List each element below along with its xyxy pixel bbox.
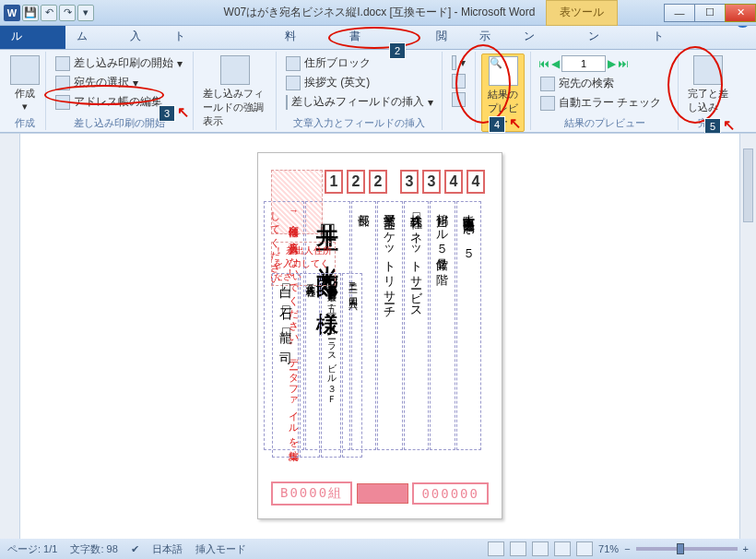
postcode-digit: 4 xyxy=(444,170,463,194)
create-button[interactable]: 作成▾ xyxy=(9,54,40,114)
qat-customize-icon[interactable]: ▾ xyxy=(77,5,94,21)
first-record-icon[interactable]: ⏮ xyxy=(538,57,549,70)
status-page[interactable]: ページ: 1/1 xyxy=(7,542,57,556)
zoom-slider-thumb[interactable] xyxy=(677,543,684,554)
title-bar: W 💾 ↶ ↷ ▾ W07はがき宛名ビジネス縦I.docx [互換モード] - … xyxy=(0,0,756,26)
postcode-digit: 4 xyxy=(467,170,485,194)
sender-addr[interactable]: 千葉県木更津市清見台東〇‐五‐一〇 コーラスビル３Ｆ xyxy=(321,273,341,458)
document-area[interactable]: 1 2 2 3 3 4 4 →宛名情報は直接入力しないでください。データファイル… xyxy=(20,134,739,539)
word-icon: W xyxy=(4,5,20,21)
ribbon-tabs: ファイル ホーム 挿入 ページ レイアウト 参考資料 差し込み文書 校閲 表示 … xyxy=(0,26,756,50)
qat-save-icon[interactable]: 💾 xyxy=(22,5,39,21)
postcode-digit: 2 xyxy=(369,170,387,194)
group-preview-label: 結果のプレビュー xyxy=(531,116,678,130)
postcard-page: 1 2 2 3 3 4 4 →宛名情報は直接入力しないでください。データファイル… xyxy=(257,152,502,519)
postcode-digit: 2 xyxy=(347,170,365,194)
greeting-line-button[interactable]: 挨拶文 (英文) xyxy=(282,73,436,92)
qat-undo-icon[interactable]: ↶ xyxy=(41,5,57,21)
maximize-button[interactable]: ☐ xyxy=(694,4,726,22)
status-proof-icon[interactable]: ✔ xyxy=(131,543,139,555)
view-web-icon[interactable] xyxy=(532,541,549,556)
view-outline-icon[interactable] xyxy=(554,541,571,556)
scrollbar-thumb[interactable] xyxy=(743,149,753,222)
update-labels-button[interactable] xyxy=(448,90,469,109)
view-fullscreen-icon[interactable] xyxy=(510,541,526,556)
recipient-addr2[interactable]: 鶴川ビル５号館２階 xyxy=(430,201,455,450)
zoom-in-icon[interactable]: + xyxy=(743,543,749,554)
context-tab-table-tools: 表ツール xyxy=(546,0,618,26)
recipient-addr1[interactable]: 大阪市中央区西天満３‐５ xyxy=(456,201,481,450)
status-language[interactable]: 日本語 xyxy=(152,542,183,556)
zoom-slider[interactable] xyxy=(636,547,738,551)
highlight-fields-button[interactable]: 差し込みフィールドの強調表示 xyxy=(199,54,270,130)
close-button[interactable]: ✕ xyxy=(725,4,756,22)
find-recipient-button[interactable]: 宛先の検索 xyxy=(537,74,672,93)
ribbon: 作成▾ 作成 差し込み印刷の開始 ▾ 宛先の選択 ▾ アドレス帳の編集 差し込み… xyxy=(0,50,756,133)
postcode-digit: 3 xyxy=(422,170,441,194)
next-record-icon[interactable]: ▶ xyxy=(608,57,616,70)
postcode-boxes: 1 2 2 3 3 4 4 xyxy=(325,170,485,194)
vertical-ruler[interactable] xyxy=(0,134,20,539)
bottom-code-left: B0000組 xyxy=(271,482,352,505)
select-recipients-button[interactable]: 宛先の選択 ▾ xyxy=(52,73,187,92)
status-bar: ページ: 1/1 文字数: 98 ✔ 日本語 挿入モード 71% − + xyxy=(0,539,756,559)
group-write-label: 文章入力とフィールドの挿入 xyxy=(277,116,442,130)
postcode-digit: 1 xyxy=(325,170,343,194)
sender-block: 白□石□龍□司 千葉株式会社 千葉県木更津市清見台東〇‐五‐一〇 コーラスビル３… xyxy=(271,273,362,458)
status-zoom[interactable]: 71% xyxy=(598,543,619,554)
sender-company[interactable]: 千葉株式会社 xyxy=(300,273,320,458)
arrow-3: ↖ xyxy=(177,103,189,121)
badge-3: 3 xyxy=(159,105,175,122)
arrow-4: ↖ xyxy=(509,114,521,132)
arrow-5: ↖ xyxy=(723,116,735,134)
group-create-label: 作成 xyxy=(4,116,45,130)
bottom-stamp-icon xyxy=(357,483,408,504)
minimize-button[interactable]: — xyxy=(664,4,695,22)
view-draft-icon[interactable] xyxy=(576,541,593,556)
postcode-digit: 3 xyxy=(400,170,419,194)
document-workspace: 1 2 2 3 3 4 4 →宛名情報は直接入力しないでください。データファイル… xyxy=(0,133,756,539)
bottom-code-right: 000000 xyxy=(412,482,489,505)
badge-2: 2 xyxy=(389,42,406,59)
zoom-out-icon[interactable]: − xyxy=(624,543,630,554)
auto-check-errors-button[interactable]: 自動エラー チェック xyxy=(537,93,672,113)
view-print-layout-icon[interactable] xyxy=(488,541,504,556)
rules-button[interactable]: ▾ xyxy=(448,54,469,72)
qat-redo-icon[interactable]: ↷ xyxy=(59,5,76,21)
badge-4: 4 xyxy=(489,116,505,133)
start-mail-merge-button[interactable]: 差し込み印刷の開始 ▾ xyxy=(52,54,187,73)
sender-zip[interactable]: 〒二二三‐四四五六 xyxy=(342,273,362,458)
status-words[interactable]: 文字数: 98 xyxy=(70,542,117,556)
recipient-dept[interactable]: 営業部マーケットリサーチ xyxy=(377,201,402,450)
vertical-scrollbar[interactable] xyxy=(739,134,756,539)
insert-merge-field-button[interactable]: 差し込みフィールドの挿入 ▾ xyxy=(282,92,436,112)
address-block-button[interactable]: 住所ブロック xyxy=(282,54,436,73)
sender-names[interactable]: 白□石□龍□司 xyxy=(272,273,299,458)
prev-record-icon[interactable]: ◀ xyxy=(551,57,560,70)
record-number-input[interactable] xyxy=(561,55,606,72)
status-insert-mode[interactable]: 挿入モード xyxy=(195,542,246,556)
last-record-icon[interactable]: ⏭ xyxy=(618,57,629,70)
recipient-company[interactable]: 株式会社□ネットサービス xyxy=(404,201,429,450)
match-fields-button[interactable] xyxy=(448,72,469,90)
